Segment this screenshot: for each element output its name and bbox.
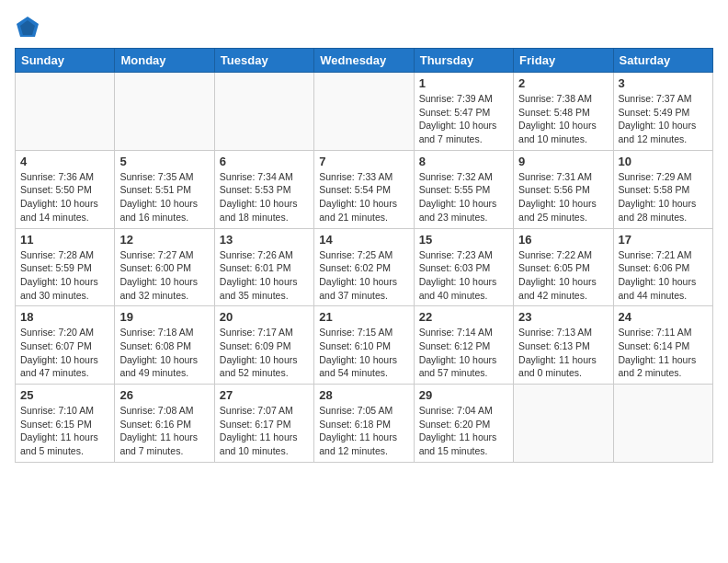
calendar-day-cell: 4Sunrise: 7:36 AMSunset: 5:50 PMDaylight… [16,150,115,228]
day-number: 14 [319,233,408,247]
day-info: Sunrise: 7:23 AMSunset: 6:03 PMDaylight:… [419,248,508,303]
day-info: Sunrise: 7:05 AMSunset: 6:18 PMDaylight:… [319,404,408,458]
logo-icon [15,15,40,40]
day-number: 28 [319,388,408,402]
calendar-day-cell [514,385,613,463]
day-info: Sunrise: 7:28 AMSunset: 5:59 PMDaylight:… [20,248,109,303]
day-info: Sunrise: 7:22 AMSunset: 6:05 PMDaylight:… [518,248,608,303]
calendar-header-row: SundayMondayTuesdayWednesdayThursdayFrid… [16,49,713,73]
calendar-day-cell: 24Sunrise: 7:11 AMSunset: 6:14 PMDayligh… [613,306,712,385]
day-number: 10 [619,155,708,168]
day-number: 12 [119,233,209,247]
day-number: 7 [319,155,408,168]
calendar-day-cell [314,73,414,151]
calendar-week-row: 25Sunrise: 7:10 AMSunset: 6:15 PMDayligh… [16,385,713,463]
day-number: 19 [119,310,209,324]
calendar-day-cell: 19Sunrise: 7:18 AMSunset: 6:08 PMDayligh… [115,306,214,385]
calendar-day-cell: 3Sunrise: 7:37 AMSunset: 5:49 PMDaylight… [613,73,712,151]
calendar-day-cell: 27Sunrise: 7:07 AMSunset: 6:17 PMDayligh… [214,385,313,463]
day-number: 3 [619,76,708,90]
day-number: 11 [20,233,109,247]
calendar-week-row: 4Sunrise: 7:36 AMSunset: 5:50 PMDaylight… [16,150,713,228]
day-info: Sunrise: 7:32 AMSunset: 5:55 PMDaylight:… [419,170,508,224]
calendar-day-cell: 1Sunrise: 7:39 AMSunset: 5:47 PMDaylight… [414,73,513,151]
day-number: 5 [119,155,209,168]
calendar-day-cell: 16Sunrise: 7:22 AMSunset: 6:05 PMDayligh… [514,228,613,306]
day-number: 15 [419,233,508,247]
day-info: Sunrise: 7:15 AMSunset: 6:10 PMDaylight:… [319,326,408,380]
calendar-header-wednesday: Wednesday [314,49,414,73]
day-number: 29 [419,388,508,402]
day-number: 9 [518,155,608,168]
day-info: Sunrise: 7:08 AMSunset: 6:16 PMDaylight:… [119,404,209,458]
calendar-day-cell: 26Sunrise: 7:08 AMSunset: 6:16 PMDayligh… [115,385,214,463]
day-number: 27 [220,388,309,402]
day-info: Sunrise: 7:10 AMSunset: 6:15 PMDaylight:… [20,404,109,458]
calendar-table: SundayMondayTuesdayWednesdayThursdayFrid… [15,48,713,463]
calendar-week-row: 1Sunrise: 7:39 AMSunset: 5:47 PMDaylight… [16,73,713,151]
day-number: 23 [518,310,608,324]
calendar-day-cell: 14Sunrise: 7:25 AMSunset: 6:02 PMDayligh… [314,228,414,306]
calendar-day-cell [214,73,313,151]
day-number: 1 [419,76,508,90]
day-number: 22 [419,310,508,324]
calendar-day-cell [16,73,115,151]
day-info: Sunrise: 7:34 AMSunset: 5:53 PMDaylight:… [220,170,309,224]
calendar-day-cell: 21Sunrise: 7:15 AMSunset: 6:10 PMDayligh… [314,306,414,385]
calendar-header-friday: Friday [514,49,613,73]
day-info: Sunrise: 7:21 AMSunset: 6:06 PMDaylight:… [619,248,708,303]
page-header [15,15,713,40]
calendar-day-cell: 6Sunrise: 7:34 AMSunset: 5:53 PMDaylight… [214,150,313,228]
day-info: Sunrise: 7:38 AMSunset: 5:48 PMDaylight:… [518,92,608,146]
day-info: Sunrise: 7:07 AMSunset: 6:17 PMDaylight:… [220,404,309,458]
day-info: Sunrise: 7:13 AMSunset: 6:13 PMDaylight:… [518,326,608,380]
calendar-day-cell: 22Sunrise: 7:14 AMSunset: 6:12 PMDayligh… [414,306,513,385]
calendar-day-cell: 29Sunrise: 7:04 AMSunset: 6:20 PMDayligh… [414,385,513,463]
calendar-day-cell: 11Sunrise: 7:28 AMSunset: 5:59 PMDayligh… [16,228,115,306]
day-info: Sunrise: 7:04 AMSunset: 6:20 PMDaylight:… [419,404,508,458]
calendar-day-cell: 8Sunrise: 7:32 AMSunset: 5:55 PMDaylight… [414,150,513,228]
day-info: Sunrise: 7:25 AMSunset: 6:02 PMDaylight:… [319,248,408,303]
calendar-week-row: 18Sunrise: 7:20 AMSunset: 6:07 PMDayligh… [16,306,713,385]
day-number: 16 [518,233,608,247]
calendar-day-cell: 12Sunrise: 7:27 AMSunset: 6:00 PMDayligh… [115,228,214,306]
calendar-day-cell [115,73,214,151]
calendar-day-cell: 13Sunrise: 7:26 AMSunset: 6:01 PMDayligh… [214,228,313,306]
day-info: Sunrise: 7:11 AMSunset: 6:14 PMDaylight:… [619,326,708,380]
day-info: Sunrise: 7:18 AMSunset: 6:08 PMDaylight:… [119,326,209,380]
day-number: 21 [319,310,408,324]
calendar-day-cell: 2Sunrise: 7:38 AMSunset: 5:48 PMDaylight… [514,73,613,151]
calendar-day-cell: 28Sunrise: 7:05 AMSunset: 6:18 PMDayligh… [314,385,414,463]
calendar-header-sunday: Sunday [16,49,115,73]
day-info: Sunrise: 7:14 AMSunset: 6:12 PMDaylight:… [419,326,508,380]
calendar-day-cell: 5Sunrise: 7:35 AMSunset: 5:51 PMDaylight… [115,150,214,228]
calendar-day-cell: 15Sunrise: 7:23 AMSunset: 6:03 PMDayligh… [414,228,513,306]
calendar-header-thursday: Thursday [414,49,513,73]
day-info: Sunrise: 7:27 AMSunset: 6:00 PMDaylight:… [119,248,209,303]
day-info: Sunrise: 7:39 AMSunset: 5:47 PMDaylight:… [419,92,508,146]
day-info: Sunrise: 7:29 AMSunset: 5:58 PMDaylight:… [619,170,708,224]
calendar-day-cell: 9Sunrise: 7:31 AMSunset: 5:56 PMDaylight… [514,150,613,228]
day-info: Sunrise: 7:26 AMSunset: 6:01 PMDaylight:… [220,248,309,303]
day-info: Sunrise: 7:33 AMSunset: 5:54 PMDaylight:… [319,170,408,224]
calendar-day-cell [613,385,712,463]
day-number: 18 [20,310,109,324]
day-number: 26 [119,388,209,402]
day-number: 17 [619,233,708,247]
calendar-day-cell: 17Sunrise: 7:21 AMSunset: 6:06 PMDayligh… [613,228,712,306]
calendar-day-cell: 23Sunrise: 7:13 AMSunset: 6:13 PMDayligh… [514,306,613,385]
logo [15,15,44,40]
calendar-header-saturday: Saturday [613,49,712,73]
day-info: Sunrise: 7:36 AMSunset: 5:50 PMDaylight:… [20,170,109,224]
calendar-header-monday: Monday [115,49,214,73]
calendar-header-tuesday: Tuesday [214,49,313,73]
day-number: 20 [220,310,309,324]
calendar-day-cell: 25Sunrise: 7:10 AMSunset: 6:15 PMDayligh… [16,385,115,463]
calendar-day-cell: 10Sunrise: 7:29 AMSunset: 5:58 PMDayligh… [613,150,712,228]
day-info: Sunrise: 7:20 AMSunset: 6:07 PMDaylight:… [20,326,109,380]
day-number: 25 [20,388,109,402]
day-number: 8 [419,155,508,168]
calendar-day-cell: 18Sunrise: 7:20 AMSunset: 6:07 PMDayligh… [16,306,115,385]
day-info: Sunrise: 7:35 AMSunset: 5:51 PMDaylight:… [119,170,209,224]
calendar-week-row: 11Sunrise: 7:28 AMSunset: 5:59 PMDayligh… [16,228,713,306]
